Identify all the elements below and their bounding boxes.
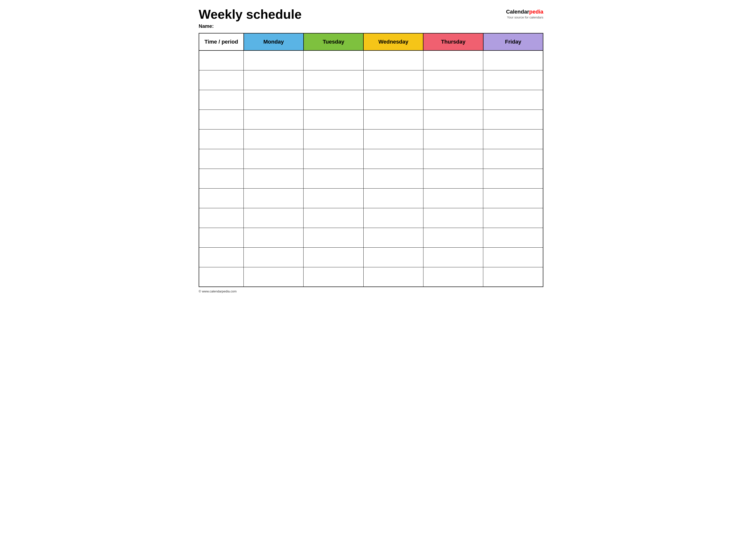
table-cell[interactable] — [423, 228, 483, 247]
table-row — [199, 169, 543, 188]
table-cell[interactable] — [423, 90, 483, 110]
schedule-body — [199, 50, 543, 287]
table-cell[interactable] — [363, 90, 423, 110]
table-row — [199, 110, 543, 129]
table-cell[interactable] — [363, 267, 423, 287]
table-cell[interactable] — [363, 228, 423, 247]
table-cell[interactable] — [199, 208, 244, 228]
table-cell[interactable] — [244, 129, 304, 149]
col-header-monday: Monday — [244, 33, 304, 50]
logo-pedia: pedia — [529, 9, 543, 15]
table-cell[interactable] — [363, 70, 423, 90]
table-cell[interactable] — [199, 149, 244, 169]
col-header-friday: Friday — [483, 33, 543, 50]
table-cell[interactable] — [304, 70, 363, 90]
table-cell[interactable] — [423, 188, 483, 208]
table-row — [199, 149, 543, 169]
table-cell[interactable] — [244, 169, 304, 188]
table-row — [199, 247, 543, 267]
table-cell[interactable] — [363, 208, 423, 228]
table-cell[interactable] — [483, 110, 543, 129]
table-cell[interactable] — [363, 169, 423, 188]
table-cell[interactable] — [363, 188, 423, 208]
table-cell[interactable] — [483, 247, 543, 267]
table-cell[interactable] — [483, 169, 543, 188]
table-cell[interactable] — [363, 149, 423, 169]
table-cell[interactable] — [423, 50, 483, 70]
table-cell[interactable] — [423, 267, 483, 287]
table-cell[interactable] — [483, 70, 543, 90]
col-header-thursday: Thursday — [423, 33, 483, 50]
table-cell[interactable] — [363, 129, 423, 149]
table-cell[interactable] — [199, 70, 244, 90]
table-cell[interactable] — [423, 169, 483, 188]
table-row — [199, 267, 543, 287]
table-cell[interactable] — [423, 247, 483, 267]
table-cell[interactable] — [244, 70, 304, 90]
table-cell[interactable] — [304, 110, 363, 129]
table-cell[interactable] — [199, 267, 244, 287]
table-cell[interactable] — [304, 129, 363, 149]
table-cell[interactable] — [483, 188, 543, 208]
logo-calendar: Calendar — [506, 9, 529, 15]
table-cell[interactable] — [244, 208, 304, 228]
table-cell[interactable] — [304, 208, 363, 228]
table-cell[interactable] — [199, 247, 244, 267]
table-cell[interactable] — [304, 267, 363, 287]
table-cell[interactable] — [483, 129, 543, 149]
table-row — [199, 228, 543, 247]
table-cell[interactable] — [483, 267, 543, 287]
table-cell[interactable] — [483, 228, 543, 247]
table-cell[interactable] — [423, 110, 483, 129]
table-cell[interactable] — [423, 208, 483, 228]
copyright-text: © www.calendarpedia.com — [199, 289, 236, 293]
table-cell[interactable] — [483, 50, 543, 70]
table-cell[interactable] — [244, 188, 304, 208]
table-cell[interactable] — [363, 50, 423, 70]
table-cell[interactable] — [304, 228, 363, 247]
table-cell[interactable] — [199, 129, 244, 149]
table-cell[interactable] — [244, 149, 304, 169]
title-area: Weekly schedule Name: — [199, 7, 302, 29]
page-wrapper: Weekly schedule Name: Calendarpedia Your… — [199, 7, 543, 293]
table-row — [199, 208, 543, 228]
table-cell[interactable] — [199, 90, 244, 110]
table-cell[interactable] — [304, 188, 363, 208]
table-cell[interactable] — [363, 110, 423, 129]
table-cell[interactable] — [423, 70, 483, 90]
table-cell[interactable] — [244, 247, 304, 267]
table-cell[interactable] — [199, 50, 244, 70]
page-title: Weekly schedule — [199, 7, 302, 21]
table-cell[interactable] — [304, 169, 363, 188]
table-cell[interactable] — [244, 110, 304, 129]
schedule-table: Time / period Monday Tuesday Wednesday T… — [199, 33, 543, 287]
table-cell[interactable] — [199, 169, 244, 188]
table-cell[interactable] — [363, 247, 423, 267]
table-cell[interactable] — [304, 247, 363, 267]
table-cell[interactable] — [304, 149, 363, 169]
table-row — [199, 50, 543, 70]
header-section: Weekly schedule Name: Calendarpedia Your… — [199, 7, 543, 29]
table-cell[interactable] — [199, 188, 244, 208]
table-cell[interactable] — [304, 90, 363, 110]
table-cell[interactable] — [244, 267, 304, 287]
table-cell[interactable] — [244, 50, 304, 70]
table-cell[interactable] — [483, 149, 543, 169]
col-header-time: Time / period — [199, 33, 244, 50]
table-cell[interactable] — [483, 208, 543, 228]
table-cell[interactable] — [304, 50, 363, 70]
table-cell[interactable] — [244, 228, 304, 247]
logo-text: Calendarpedia — [506, 9, 543, 15]
table-cell[interactable] — [423, 129, 483, 149]
table-row — [199, 70, 543, 90]
table-cell[interactable] — [483, 90, 543, 110]
table-row — [199, 188, 543, 208]
table-cell[interactable] — [199, 110, 244, 129]
table-row — [199, 129, 543, 149]
table-cell[interactable] — [199, 228, 244, 247]
table-cell[interactable] — [423, 149, 483, 169]
logo-area: Calendarpedia Your source for calendars — [506, 7, 543, 19]
table-cell[interactable] — [244, 90, 304, 110]
footer-text: © www.calendarpedia.com — [199, 289, 543, 293]
col-header-tuesday: Tuesday — [304, 33, 363, 50]
